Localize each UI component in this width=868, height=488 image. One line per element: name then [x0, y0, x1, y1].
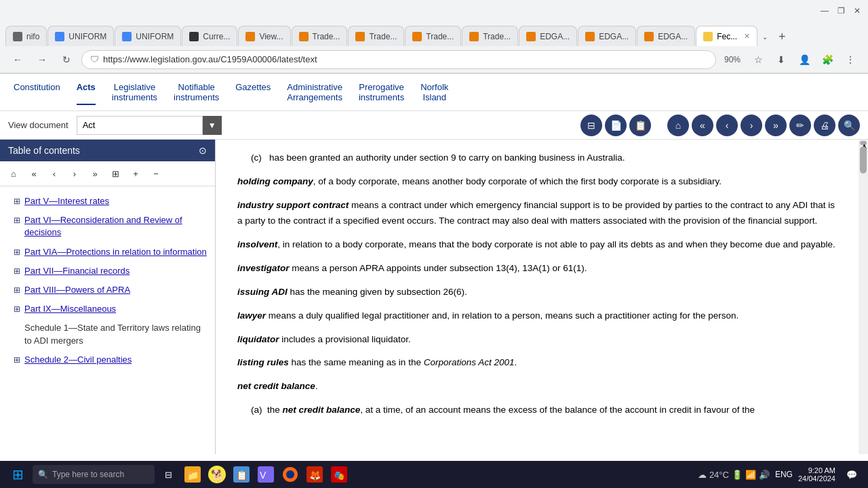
taskbar-dog-icon[interactable]: 🐕: [206, 464, 228, 485]
tab-2[interactable]: UNIFORM: [47, 26, 114, 46]
toolbar-home-btn[interactable]: ⌂: [667, 115, 689, 136]
tab-8[interactable]: Trade...: [405, 26, 461, 46]
doc-select-dropdown[interactable]: ▼: [203, 116, 222, 135]
nav-gazettes[interactable]: Gazettes: [235, 79, 271, 105]
term-investigator: investigator: [237, 263, 290, 273]
tab-favicon-10: [526, 32, 536, 41]
nav-constitution[interactable]: Constitution: [14, 79, 60, 105]
toc-item-part-viii[interactable]: ⊞ Part VIII—Powers of APRA: [0, 281, 215, 300]
download-icon[interactable]: ⬇: [772, 50, 791, 69]
toc-expand-btn[interactable]: +: [127, 165, 144, 182]
nav-notifiable-instruments[interactable]: Notifiable instruments: [174, 79, 219, 105]
tab-label-13: Fec...: [717, 32, 737, 41]
tab-label-10: EDGA...: [540, 32, 570, 41]
scrollbar[interactable]: ▲: [859, 140, 868, 454]
toc-collapse-icon[interactable]: ⊙: [199, 145, 207, 156]
tab-favicon-6: [299, 32, 309, 41]
toc-item-label-6: Part IX—Miscellaneous: [24, 303, 116, 315]
toc-item-schedule-2[interactable]: ⊞ Schedule 2—Civil penalties: [0, 350, 215, 369]
toc-prev-btn[interactable]: ‹: [46, 165, 62, 182]
toolbar-edit-btn[interactable]: ✏: [789, 115, 811, 136]
nav-prerogative-instruments[interactable]: Prerogative instruments: [359, 79, 404, 105]
toc-item-label-5: Part VIII—Powers of APRA: [24, 284, 130, 296]
svg-text:🦊: 🦊: [309, 470, 321, 481]
toc-expand-icon-4: ⊞: [14, 266, 20, 277]
taskbar-app3-icon[interactable]: 🦊: [304, 464, 326, 485]
nav-administrative-arrangements[interactable]: Administrative Arrangements: [287, 79, 342, 105]
bookmark-icon[interactable]: ☆: [749, 50, 768, 69]
tab-5[interactable]: View...: [238, 26, 290, 46]
toc-collapse-btn[interactable]: −: [148, 165, 164, 182]
toolbar-save-btn[interactable]: ⊟: [580, 115, 602, 136]
toc-item-part-v[interactable]: ⊞ Part V—Interest rates: [0, 192, 215, 211]
nav-norfolk-island[interactable]: Norfolk Island: [420, 79, 448, 105]
toolbar-search-btn[interactable]: 🔍: [838, 115, 860, 136]
toolbar-print-btn[interactable]: 🖨: [814, 115, 835, 136]
taskbar-search[interactable]: 🔍 Type here to search: [33, 465, 155, 484]
tab-10[interactable]: EDGA...: [519, 26, 577, 46]
toc-item-part-vi[interactable]: ⊞ Part VI—Reconsideration and Review of …: [0, 211, 215, 242]
scrollbar-thumb[interactable]: [860, 146, 867, 174]
forward-button[interactable]: →: [33, 50, 52, 69]
tab-4[interactable]: Curre...: [182, 26, 237, 46]
tab-7[interactable]: Trade...: [348, 26, 404, 46]
toc-home-btn[interactable]: ⌂: [5, 165, 22, 182]
tab-label-2: UNIFORM: [68, 32, 106, 41]
title-bar: — ❐ ✕: [0, 0, 868, 22]
toc-filter-btn[interactable]: ⊞: [107, 165, 123, 182]
menu-icon[interactable]: ⋮: [841, 50, 860, 69]
back-button[interactable]: ←: [8, 50, 27, 69]
doc-type-input[interactable]: [77, 116, 203, 135]
toolbar-next-btn[interactable]: ›: [741, 115, 762, 136]
content-area[interactable]: (c) has been granted an authority under …: [216, 140, 859, 454]
toolbar-clipboard-btn[interactable]: 📋: [629, 115, 651, 136]
close-button[interactable]: ✕: [852, 5, 863, 16]
toc-first-btn[interactable]: «: [26, 165, 42, 182]
tab-9[interactable]: Trade...: [462, 26, 518, 46]
taskbar-app1-icon[interactable]: 📋: [231, 464, 252, 485]
taskbar-firefox-icon[interactable]: [279, 464, 301, 485]
tab-11[interactable]: EDGA...: [578, 26, 636, 46]
toolbar-doc-btn[interactable]: 📄: [605, 115, 627, 136]
zoom-level[interactable]: 90%: [722, 54, 743, 66]
toc-item-part-via[interactable]: ⊞ Part VIA—Protections in relation to in…: [0, 243, 215, 262]
taskbar-explorer-icon[interactable]: 📁: [182, 464, 203, 485]
toc-last-btn[interactable]: »: [87, 165, 103, 182]
toolbar-last-btn[interactable]: »: [765, 115, 787, 136]
tab-13[interactable]: Fec... ✕: [696, 26, 757, 46]
taskbar-app2-icon[interactable]: V: [255, 464, 277, 485]
toc-item-part-vii[interactable]: ⊞ Part VII—Financial records: [0, 262, 215, 281]
tab-6[interactable]: Trade...: [292, 26, 348, 46]
para-issuing-adi: issuing ADI has the meaning given by sub…: [237, 285, 837, 300]
task-view-button[interactable]: ⊟: [157, 464, 179, 485]
nav-acts[interactable]: Acts: [77, 79, 96, 105]
reload-button[interactable]: ↻: [57, 50, 76, 69]
toc-item-schedule-1[interactable]: ⊞ Schedule 1—State and Territory laws re…: [0, 319, 215, 350]
site-header: Constitution Acts Legislative instrument…: [0, 74, 868, 111]
taskbar-app4-icon[interactable]: 🎭: [328, 464, 350, 485]
address-bar[interactable]: 🛡 https://www.legislation.gov.au/C1959A0…: [81, 50, 716, 69]
toc-title: Table of contents: [8, 145, 80, 156]
tab-favicon-13: [703, 32, 713, 41]
para-lawyer: lawyer means a duly qualified legal prac…: [237, 308, 837, 324]
extensions-icon[interactable]: 🧩: [818, 50, 837, 69]
nav-right-icons: ☆ ⬇ 👤 🧩 ⋮: [749, 50, 860, 69]
tab-12[interactable]: EDGA...: [637, 26, 695, 46]
term-insolvent: insolvent: [237, 239, 277, 249]
toc-item-part-ix[interactable]: ⊞ Part IX—Miscellaneous: [0, 300, 215, 319]
tab-3[interactable]: UNIFORM: [115, 26, 181, 46]
new-tab-button[interactable]: +: [772, 27, 791, 46]
toolbar-first-btn[interactable]: «: [692, 115, 713, 136]
scroll-up-btn[interactable]: ▲: [860, 141, 867, 145]
tab-overflow-button[interactable]: ⌄: [758, 27, 772, 46]
start-button[interactable]: ⊞: [5, 462, 30, 487]
profile-icon[interactable]: 👤: [795, 50, 814, 69]
tab-close-button[interactable]: ✕: [744, 32, 750, 41]
toolbar-prev-btn[interactable]: ‹: [716, 115, 738, 136]
nav-legislative-instruments[interactable]: Legislative instruments: [112, 79, 157, 105]
minimize-button[interactable]: —: [819, 5, 830, 16]
tab-1[interactable]: nifo: [5, 26, 47, 46]
restore-button[interactable]: ❐: [835, 5, 846, 16]
taskbar-notification-icon[interactable]: 💬: [841, 464, 863, 485]
toc-next-btn[interactable]: ›: [66, 165, 83, 182]
